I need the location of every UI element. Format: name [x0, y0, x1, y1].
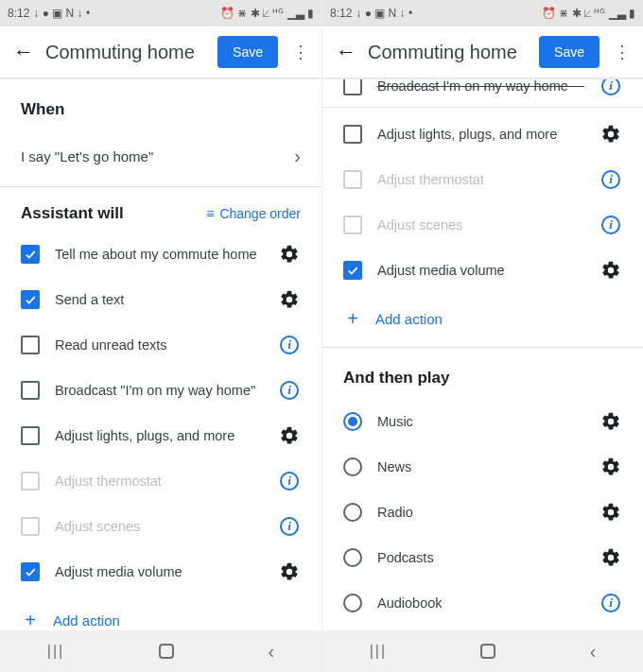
play-option-item[interactable]: Radio	[322, 490, 643, 535]
overflow-menu-button[interactable]: ⋮	[289, 42, 312, 62]
action-label: Adjust thermostat	[55, 474, 263, 489]
page-title: Commuting home	[45, 42, 206, 63]
nav-recent-button[interactable]: |||	[370, 643, 387, 660]
status-left-icons: ↓ ● ▣ N ↓ •	[356, 7, 412, 20]
checkbox[interactable]	[21, 562, 40, 581]
gear-icon[interactable]	[278, 424, 301, 447]
app-header: ← Commuting home Save ⋮	[0, 26, 322, 79]
info-icon[interactable]: i	[278, 334, 301, 356]
assistant-action-item[interactable]: Read unread textsi	[0, 322, 322, 368]
radio-button[interactable]	[343, 548, 362, 567]
trigger-text: I say "Let's go home"	[21, 148, 153, 164]
action-label: Adjust lights, plugs, and more	[377, 127, 584, 142]
nav-back-button[interactable]: ‹	[268, 641, 274, 663]
status-time: 8:12	[8, 7, 29, 20]
screen-right: 8:12 ↓ ● ▣ N ↓ • ⏰ ⋇ ✱ ⟀ ᴴᴳ ▁▃ ▮ ← Commu…	[322, 0, 643, 672]
assistant-action-item[interactable]: Adjust scenesi	[0, 504, 322, 549]
assistant-action-item[interactable]: Adjust scenesi	[322, 202, 643, 248]
radio-button[interactable]	[343, 457, 362, 476]
checkbox[interactable]	[343, 170, 362, 189]
info-icon[interactable]: i	[600, 214, 622, 236]
trigger-row[interactable]: I say "Let's go home" ›	[0, 127, 322, 187]
action-label: Read unread texts	[55, 337, 263, 353]
checkbox[interactable]	[21, 426, 40, 445]
radio-button[interactable]	[343, 412, 362, 431]
checkbox[interactable]	[21, 381, 40, 400]
checkbox[interactable]	[343, 215, 362, 234]
checkbox[interactable]	[343, 261, 362, 280]
assistant-section-header: Assistant will ≡ Change order	[0, 187, 322, 228]
info-icon[interactable]: i	[600, 79, 622, 97]
gear-icon[interactable]	[600, 546, 622, 569]
back-button[interactable]: ←	[13, 40, 34, 64]
status-bar: 8:12 ↓ ● ▣ N ↓ • ⏰ ⋇ ✱ ⟀ ᴴᴳ ▁▃ ▮	[0, 0, 322, 26]
gear-icon[interactable]	[278, 288, 301, 311]
checkbox[interactable]	[21, 517, 40, 536]
checkbox[interactable]	[21, 472, 40, 491]
add-action-button[interactable]: + Add action	[322, 297, 643, 341]
assistant-action-item[interactable]: Adjust thermostati	[0, 458, 322, 504]
play-option-label: Podcasts	[377, 550, 584, 565]
save-button[interactable]: Save	[217, 36, 278, 68]
assistant-action-item[interactable]: Adjust lights, plugs, and more	[322, 112, 643, 157]
nav-back-button[interactable]: ‹	[590, 641, 597, 663]
gear-icon[interactable]	[600, 123, 622, 146]
change-order-button[interactable]: ≡ Change order	[206, 206, 301, 221]
save-button[interactable]: Save	[539, 36, 600, 68]
radio-button[interactable]	[343, 594, 362, 612]
action-label: Broadcast "I'm on my way home"	[55, 383, 263, 398]
list-item-partial[interactable]: Broadcast I'm on my way home i	[322, 79, 643, 108]
play-heading: And then play	[322, 348, 643, 395]
checkbox[interactable]	[21, 336, 40, 354]
gear-icon[interactable]	[600, 456, 622, 478]
nav-recent-button[interactable]: |||	[47, 643, 64, 660]
gear-icon[interactable]	[600, 410, 622, 433]
assistant-action-item[interactable]: Adjust thermostati	[322, 157, 643, 202]
app-header: ← Commuting home Save ⋮	[322, 26, 643, 79]
checkbox[interactable]	[343, 79, 362, 95]
assistant-action-item[interactable]: Adjust media volume	[322, 248, 643, 293]
gear-icon[interactable]	[278, 243, 301, 266]
action-label: Send a text	[55, 292, 263, 307]
assistant-action-item[interactable]: Adjust lights, plugs, and more	[0, 413, 322, 458]
play-option-item[interactable]: Podcasts	[322, 535, 643, 580]
assistant-action-item[interactable]: Broadcast "I'm on my way home"i	[0, 368, 322, 413]
checkbox[interactable]	[21, 245, 40, 264]
page-title: Commuting home	[368, 42, 528, 63]
action-label: Adjust media volume	[377, 263, 584, 278]
checkbox[interactable]	[21, 290, 40, 309]
gear-icon[interactable]	[600, 259, 622, 282]
status-right-icons: ⏰ ⋇ ✱ ⟀ ᴴᴳ ▁▃ ▮	[542, 7, 635, 20]
radio-button[interactable]	[343, 503, 362, 522]
change-order-label: Change order	[219, 206, 301, 221]
when-heading: When	[0, 79, 322, 127]
info-icon[interactable]: i	[600, 592, 622, 614]
status-time: 8:12	[330, 7, 352, 20]
nav-home-button[interactable]	[480, 644, 495, 659]
play-option-label: Music	[377, 414, 584, 429]
overflow-menu-button[interactable]: ⋮	[611, 42, 634, 62]
assistant-action-item[interactable]: Tell me about my commute home	[0, 232, 322, 277]
action-label: Broadcast I'm on my way home	[377, 79, 584, 94]
play-option-item[interactable]: Music	[322, 399, 643, 444]
play-option-item[interactable]: News	[322, 444, 643, 490]
system-nav-bar: ||| ‹	[322, 630, 643, 672]
gear-icon[interactable]	[278, 560, 301, 583]
add-action-label: Add action	[53, 612, 120, 629]
screen-left: 8:12 ↓ ● ▣ N ↓ • ⏰ ⋇ ✱ ⟀ ᴴᴳ ▁▃ ▮ ← Commu…	[0, 0, 322, 672]
content: When I say "Let's go home" › Assistant w…	[0, 79, 322, 630]
info-icon[interactable]: i	[278, 515, 301, 538]
back-button[interactable]: ←	[336, 40, 356, 64]
assistant-action-item[interactable]: Send a text	[0, 277, 322, 322]
assistant-action-item[interactable]: Adjust media volume	[0, 549, 322, 594]
chevron-right-icon: ›	[294, 146, 301, 167]
play-option-item[interactable]: Audiobooki	[322, 580, 643, 626]
nav-home-button[interactable]	[159, 644, 174, 659]
status-bar: 8:12 ↓ ● ▣ N ↓ • ⏰ ⋇ ✱ ⟀ ᴴᴳ ▁▃ ▮	[322, 0, 643, 26]
info-icon[interactable]: i	[278, 470, 301, 492]
checkbox[interactable]	[343, 125, 362, 144]
add-action-button[interactable]: + Add action	[0, 598, 322, 630]
info-icon[interactable]: i	[278, 379, 301, 402]
info-icon[interactable]: i	[600, 168, 622, 191]
gear-icon[interactable]	[600, 501, 622, 524]
